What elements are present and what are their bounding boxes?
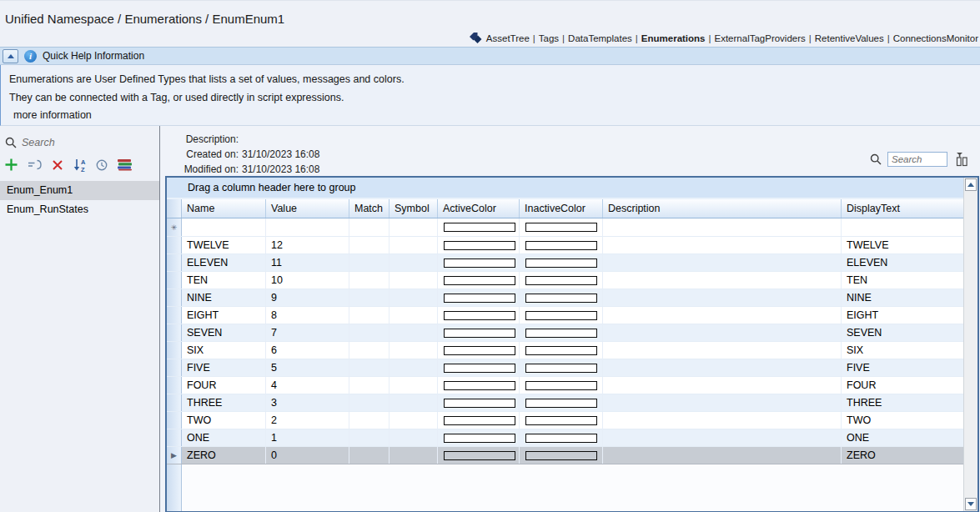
cell-symbol[interactable] (389, 412, 438, 429)
cell-symbol[interactable] (389, 429, 438, 446)
inactive-color-swatch[interactable] (525, 346, 597, 355)
inactive-color-swatch[interactable] (525, 259, 597, 268)
cell-symbol[interactable] (389, 394, 438, 411)
rename-icon[interactable] (27, 158, 43, 171)
add-icon[interactable] (4, 158, 18, 172)
cell-activecolor[interactable] (438, 447, 520, 464)
cell-displaytext[interactable]: ONE (842, 429, 963, 446)
quick-help-collapse-button[interactable] (3, 49, 18, 63)
cell-description[interactable] (603, 237, 842, 253)
row-header[interactable] (167, 342, 182, 359)
cell-match[interactable] (349, 359, 389, 376)
table-row[interactable]: TWO2TWO (167, 412, 963, 429)
cell-symbol[interactable] (389, 447, 438, 464)
table-row[interactable]: NINE9NINE (167, 289, 963, 307)
active-color-swatch[interactable] (444, 241, 515, 250)
inactive-color-swatch[interactable] (525, 311, 597, 320)
inactive-color-swatch[interactable] (525, 381, 597, 390)
table-row[interactable]: SEVEN7SEVEN (167, 324, 963, 342)
cell-value[interactable]: 2 (266, 412, 349, 429)
inactive-color-swatch[interactable] (525, 434, 597, 443)
column-header-match[interactable]: Match (349, 199, 389, 218)
vertical-scrollbar[interactable] (963, 178, 977, 511)
cell-symbol[interactable] (389, 324, 438, 341)
cell-symbol[interactable] (389, 218, 438, 236)
nav-item-datatemplates[interactable]: DataTemplates (568, 33, 632, 43)
new-row-indicator[interactable]: ✳ (167, 218, 182, 236)
new-row[interactable]: ✳ (167, 218, 963, 237)
row-header[interactable] (167, 324, 182, 341)
active-color-swatch[interactable] (444, 364, 515, 373)
active-color-swatch[interactable] (444, 346, 515, 355)
cell-symbol[interactable] (389, 377, 438, 394)
group-panel[interactable]: Drag a column header here to group (167, 178, 963, 199)
cell-value[interactable]: 0 (266, 447, 349, 464)
cell-name[interactable]: EIGHT (182, 307, 266, 324)
cell-description[interactable] (603, 429, 842, 446)
cell-description[interactable] (603, 289, 842, 306)
cell-activecolor[interactable] (438, 412, 520, 429)
cell-description[interactable] (603, 359, 842, 376)
row-header[interactable] (167, 289, 182, 306)
cell-displaytext[interactable]: TEN (842, 272, 963, 289)
sidebar-item-enum_enum1[interactable]: Enum_Enum1 (0, 181, 159, 200)
inactive-color-swatch[interactable] (525, 329, 597, 338)
table-row[interactable]: ▶ZERO0ZERO (167, 447, 963, 464)
cell-value[interactable]: 10 (266, 272, 349, 289)
cell-inactivecolor[interactable] (520, 307, 603, 324)
inactive-color-swatch[interactable] (525, 416, 597, 425)
column-chooser-icon[interactable] (953, 151, 970, 168)
cell-activecolor[interactable] (438, 377, 520, 394)
nav-item-retentivevalues[interactable]: RetentiveValues (815, 33, 884, 43)
cell-symbol[interactable] (389, 307, 438, 324)
inactive-color-swatch[interactable] (525, 294, 597, 303)
cell-symbol[interactable] (389, 272, 438, 289)
cell-activecolor[interactable] (438, 254, 520, 271)
sort-az-icon[interactable]: AZ (73, 158, 87, 173)
scroll-down-button[interactable] (965, 498, 977, 510)
cell-match[interactable] (349, 412, 389, 429)
table-row[interactable]: EIGHT8EIGHT (167, 307, 963, 324)
table-row[interactable]: TWELVE12TWELVE (167, 237, 963, 254)
column-header-inactivecolor[interactable]: InactiveColor (520, 199, 603, 218)
row-header[interactable] (167, 377, 182, 394)
cell-value[interactable]: 8 (266, 307, 349, 324)
history-icon[interactable] (95, 158, 108, 172)
cell-match[interactable] (349, 377, 389, 394)
cell-displaytext[interactable]: TWELVE (842, 237, 963, 253)
active-color-swatch[interactable] (444, 259, 515, 268)
cell-match[interactable] (349, 342, 389, 359)
cell-activecolor[interactable] (438, 359, 520, 376)
active-color-swatch[interactable] (444, 276, 515, 285)
cell-name[interactable]: TEN (182, 272, 266, 289)
cell-inactivecolor[interactable] (520, 412, 603, 429)
cell-inactivecolor[interactable] (520, 254, 603, 271)
cell-description[interactable] (603, 272, 842, 289)
row-header[interactable] (167, 429, 182, 446)
cell-value[interactable]: 4 (266, 377, 349, 394)
column-header-name[interactable]: Name (182, 199, 266, 218)
cell-value[interactable]: 1 (266, 429, 349, 446)
cell-inactivecolor[interactable] (520, 272, 603, 289)
column-header-description[interactable]: Description (603, 199, 842, 218)
cell-displaytext[interactable]: THREE (842, 394, 963, 411)
cell-displaytext[interactable]: TWO (842, 412, 963, 429)
active-color-swatch[interactable] (444, 329, 515, 338)
cell-description[interactable] (603, 394, 842, 411)
cell-match[interactable] (349, 289, 389, 306)
cell-symbol[interactable] (389, 359, 438, 376)
cell-activecolor[interactable] (438, 324, 520, 341)
column-header-value[interactable]: Value (266, 199, 349, 218)
cell-symbol[interactable] (389, 342, 438, 359)
cell-value[interactable] (266, 218, 349, 236)
more-information-link[interactable]: more information (9, 109, 980, 121)
table-row[interactable]: FOUR4FOUR (167, 377, 963, 394)
cell-inactivecolor[interactable] (520, 394, 603, 411)
active-color-swatch[interactable] (444, 416, 515, 425)
cell-inactivecolor[interactable] (520, 429, 603, 446)
row-header[interactable] (167, 359, 182, 376)
table-row[interactable]: TEN10TEN (167, 272, 963, 289)
cell-displaytext[interactable]: ELEVEN (842, 254, 963, 271)
cell-match[interactable] (349, 429, 389, 446)
nav-item-tags[interactable]: Tags (539, 33, 559, 43)
